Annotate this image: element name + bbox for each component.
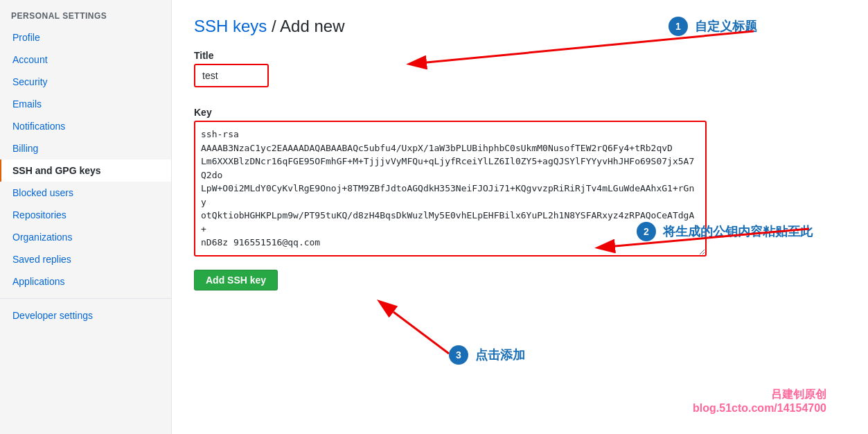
sidebar-item-account[interactable]: Account xyxy=(0,49,171,71)
add-ssh-key-button[interactable]: Add SSH key xyxy=(194,270,278,290)
sidebar-item-ssh-gpg-keys[interactable]: SSH and GPG keys xyxy=(0,159,171,182)
sidebar-item-organizations[interactable]: Organizations xyxy=(0,226,171,248)
annotation-3-text: 点击添加 xyxy=(475,347,525,363)
title-label: Title xyxy=(194,50,269,61)
watermark-line2: blog.51cto.com/14154700 xyxy=(693,402,826,415)
sidebar-item-applications[interactable]: Applications xyxy=(0,270,171,293)
title-input[interactable] xyxy=(197,67,266,85)
sidebar-item-notifications[interactable]: Notifications xyxy=(0,115,171,137)
arrow-3 xyxy=(352,298,532,381)
title-form-group: Title xyxy=(194,50,269,87)
sidebar-item-billing[interactable]: Billing xyxy=(0,137,171,159)
annotation-3-circle: 3 xyxy=(449,345,468,365)
key-textarea[interactable]: ssh-rsa AAAAB3NzaC1yc2EAAAADAQABAABAQc5u… xyxy=(194,121,707,257)
sidebar-item-repositories[interactable]: Repositories xyxy=(0,204,171,226)
app-layout: Personal settings Profile Account Securi… xyxy=(0,0,868,434)
title-input-wrapper xyxy=(194,64,269,87)
sidebar-item-blocked-users[interactable]: Blocked users xyxy=(0,182,171,204)
sidebar-item-profile[interactable]: Profile xyxy=(0,26,171,49)
annotation-3: 3 点击添加 xyxy=(449,345,525,365)
annotation-2: 2 将生成的公钥内容粘贴至此 xyxy=(637,222,813,241)
sidebar: Personal settings Profile Account Securi… xyxy=(0,0,172,434)
sidebar-item-developer-settings[interactable]: Developer settings xyxy=(0,304,171,327)
annotation-2-text: 将生成的公钥内容粘贴至此 xyxy=(663,223,813,240)
key-label: Key xyxy=(194,107,846,118)
watermark-line1: 吕建钊原创 xyxy=(693,388,826,402)
breadcrumb-link[interactable]: SSH keys xyxy=(194,17,267,35)
sidebar-item-saved-replies[interactable]: Saved replies xyxy=(0,248,171,270)
annotation-1-circle: 1 xyxy=(668,17,688,36)
annotation-1: 1 自定义标题 xyxy=(668,17,757,36)
sidebar-header: Personal settings xyxy=(0,0,171,26)
annotation-1-text: 自定义标题 xyxy=(695,18,757,35)
sidebar-divider xyxy=(0,298,171,299)
svg-line-5 xyxy=(393,312,449,354)
breadcrumb-current: Add new xyxy=(280,17,344,35)
add-button-group: Add SSH key xyxy=(194,270,846,290)
sidebar-item-emails[interactable]: Emails xyxy=(0,93,171,115)
sidebar-item-security[interactable]: Security xyxy=(0,71,171,93)
main-content: SSH keys / Add new Title Key ssh-rsa AAA… xyxy=(172,0,868,434)
breadcrumb-separator: / xyxy=(267,17,280,35)
watermark: 吕建钊原创 blog.51cto.com/14154700 xyxy=(693,388,826,415)
annotation-2-circle: 2 xyxy=(637,222,656,241)
